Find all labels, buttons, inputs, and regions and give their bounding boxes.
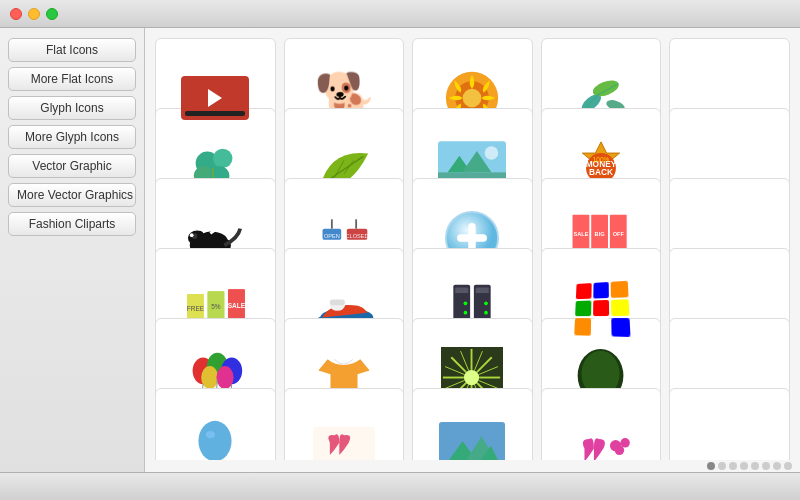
clipart-grid: 🐕 — [145, 28, 800, 460]
svg-point-65 — [485, 302, 489, 306]
svg-text:BIG: BIG — [595, 231, 605, 237]
svg-text:SALE: SALE — [228, 302, 246, 309]
pagination-dot-1[interactable] — [718, 462, 726, 470]
minimize-button[interactable] — [28, 8, 40, 20]
sidebar-btn-more-vector-graphics[interactable]: More Vector Graphics — [8, 183, 136, 207]
svg-text:BACK: BACK — [589, 168, 613, 178]
title-bar — [0, 0, 800, 28]
grid-cell-placeholder6[interactable] — [669, 388, 790, 460]
svg-point-99 — [199, 421, 232, 460]
sidebar-btn-vector-graphic[interactable]: Vector Graphic — [8, 154, 136, 178]
sidebar-btn-flat-icons[interactable]: Flat Icons — [8, 38, 136, 62]
svg-text:OFF: OFF — [613, 231, 625, 237]
svg-point-31 — [190, 234, 194, 238]
svg-text:OPEN: OPEN — [324, 233, 340, 239]
pagination-dot-4[interactable] — [751, 462, 759, 470]
svg-text:5%: 5% — [212, 303, 222, 310]
svg-text:FREE: FREE — [187, 305, 205, 312]
sidebar-btn-glyph-icons[interactable]: Glyph Icons — [8, 96, 136, 120]
app-body: Flat IconsMore Flat IconsGlyph IconsMore… — [0, 28, 800, 472]
svg-rect-58 — [330, 300, 345, 306]
svg-text:CLOSED: CLOSED — [345, 233, 368, 239]
grid-cell-valentine[interactable]: Valentine — [284, 388, 405, 460]
pagination-dot-0[interactable] — [707, 462, 715, 470]
close-button[interactable] — [10, 8, 22, 20]
svg-point-109 — [620, 438, 629, 447]
svg-point-110 — [615, 446, 624, 455]
main-content: 🐕 — [145, 28, 800, 472]
sidebar-btn-more-flat-icons[interactable]: More Flat Icons — [8, 67, 136, 91]
grid-cell-balloon2[interactable] — [155, 388, 276, 460]
svg-point-64 — [464, 302, 468, 306]
maximize-button[interactable] — [46, 8, 58, 20]
svg-point-72 — [217, 366, 234, 389]
svg-text:100%: 100% — [593, 157, 610, 164]
pagination-dot-3[interactable] — [740, 462, 748, 470]
pagination-bar — [145, 460, 800, 472]
svg-point-22 — [485, 146, 499, 160]
svg-point-3 — [463, 89, 482, 108]
svg-point-10 — [213, 149, 232, 168]
svg-rect-36 — [331, 220, 333, 229]
sidebar-btn-more-glyph-icons[interactable]: More Glyph Icons — [8, 125, 136, 149]
sidebar-btn-fashion-cliparts[interactable]: Fashion Cliparts — [8, 212, 136, 236]
grid-cell-hearts[interactable] — [541, 388, 662, 460]
pagination-dot-5[interactable] — [762, 462, 770, 470]
svg-point-67 — [485, 311, 489, 315]
pagination-dot-7[interactable] — [784, 462, 792, 470]
svg-point-95 — [464, 370, 479, 385]
svg-point-71 — [201, 366, 218, 389]
svg-rect-63 — [476, 288, 489, 294]
svg-text:SALE: SALE — [574, 231, 589, 237]
svg-point-100 — [206, 431, 215, 438]
pagination-dot-2[interactable] — [729, 462, 737, 470]
bottom-bar — [0, 472, 800, 500]
grid-cell-mountains[interactable] — [412, 388, 533, 460]
svg-rect-37 — [355, 220, 357, 229]
sidebar: Flat IconsMore Flat IconsGlyph IconsMore… — [0, 28, 145, 472]
svg-rect-62 — [456, 288, 469, 294]
svg-point-66 — [464, 311, 468, 315]
traffic-lights — [10, 8, 58, 20]
pagination-dot-6[interactable] — [773, 462, 781, 470]
